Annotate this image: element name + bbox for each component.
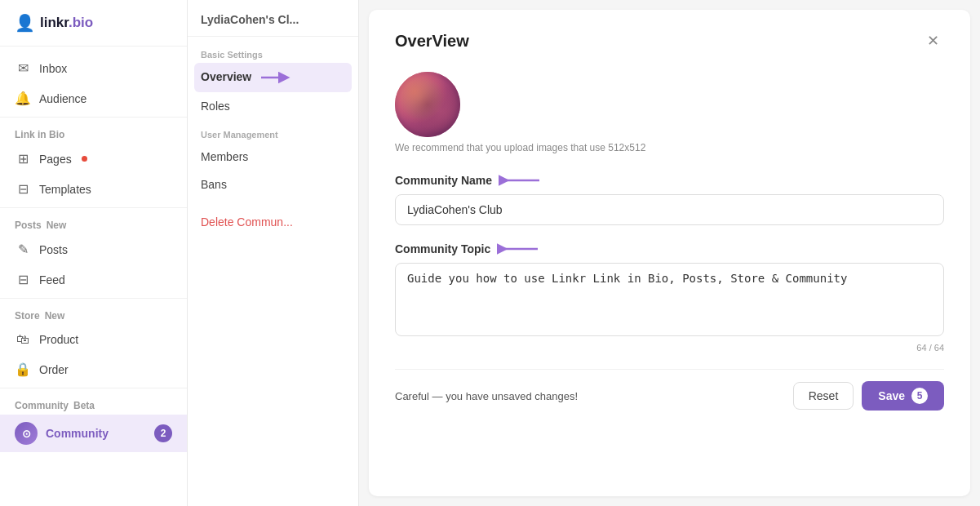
- divider-4: [0, 388, 187, 388]
- sidebar-item-posts-label: Posts: [39, 243, 68, 256]
- community-topic-group: Community Topic 64 / 64: [395, 242, 944, 353]
- sidebar-item-feed[interactable]: ⊟ Feed: [0, 264, 187, 295]
- community-name-input[interactable]: [395, 194, 944, 225]
- unsaved-message: Careful — you have unsaved changes!: [395, 390, 578, 402]
- community-beta-badge: Beta: [73, 400, 95, 411]
- community-topic-label-row: Community Topic: [395, 242, 944, 256]
- sidebar-item-product-label: Product: [39, 333, 78, 346]
- avatar-section: We recommend that you upload images that…: [395, 72, 944, 153]
- sidebar-item-audience-label: Audience: [39, 92, 86, 105]
- members-label: Members: [201, 150, 248, 163]
- logo-text: linkr.bio: [40, 15, 93, 31]
- community-count-badge: 2: [154, 424, 172, 442]
- pages-dot: [82, 156, 87, 162]
- overview-arrow-icon: [261, 70, 290, 85]
- panel-item-members[interactable]: Members: [188, 143, 358, 171]
- community-label: Community: [15, 400, 69, 411]
- logo: 👤 linkr.bio: [0, 0, 187, 47]
- divider-1: [0, 117, 187, 118]
- link-in-bio-section: Link in Bio: [0, 121, 187, 144]
- inbox-icon: ✉: [15, 60, 31, 76]
- community-topic-label: Community Topic: [395, 242, 490, 255]
- community-topic-textarea[interactable]: [395, 263, 944, 336]
- divider-3: [0, 298, 187, 299]
- panel-item-bans[interactable]: Bans: [188, 171, 358, 198]
- sidebar-item-community[interactable]: ⊙ Community 2: [0, 415, 187, 452]
- store-label: Store: [15, 310, 40, 322]
- posts-icon: ✎: [15, 242, 31, 257]
- avatar-hint: We recommend that you upload images that…: [395, 142, 645, 153]
- sidebar-item-pages-label: Pages: [39, 153, 72, 166]
- save-count-badge: 5: [911, 388, 928, 404]
- main-area: LydiaCohen's Cl... Basic Settings Overvi…: [188, 0, 980, 506]
- roles-label: Roles: [201, 100, 230, 113]
- panel-item-overview[interactable]: Overview: [194, 63, 352, 92]
- community-name-arrow-icon: [499, 173, 539, 188]
- user-management-label: User Management: [188, 120, 358, 143]
- content-header: OverView ✕: [395, 29, 944, 52]
- sidebar-item-templates-label: Templates: [39, 183, 91, 196]
- basic-settings-label: Basic Settings: [188, 43, 358, 63]
- panel-item-delete-community[interactable]: Delete Commun...: [188, 208, 358, 236]
- store-section: Store New: [0, 302, 187, 325]
- page-title: OverView: [395, 32, 469, 51]
- sidebar-item-inbox[interactable]: ✉ Inbox: [0, 53, 187, 83]
- community-name-label-row: Community Name: [395, 173, 944, 188]
- close-button[interactable]: ✕: [921, 29, 944, 52]
- sidebar-item-posts[interactable]: ✎ Posts: [0, 234, 187, 264]
- order-icon: 🔒: [15, 362, 31, 377]
- avatar[interactable]: [395, 72, 460, 137]
- store-new-badge: New: [45, 310, 65, 322]
- product-icon: 🛍: [15, 332, 31, 347]
- community-icon: ⊙: [15, 422, 38, 445]
- posts-new-badge: New: [47, 220, 67, 231]
- divider-2: [0, 207, 187, 208]
- save-label: Save: [878, 389, 905, 402]
- sidebar-item-order-label: Order: [39, 363, 69, 376]
- overview-label: Overview: [201, 70, 251, 83]
- sidebar-item-product[interactable]: 🛍 Product: [0, 325, 187, 354]
- content-area: OverView ✕ We recommend that you upload …: [369, 10, 970, 496]
- sidebar-item-pages[interactable]: ⊞ Pages: [0, 144, 187, 174]
- community-topic-arrow-icon: [497, 242, 538, 256]
- link-in-bio-label: Link in Bio: [15, 129, 64, 140]
- sidebar-item-order[interactable]: 🔒 Order: [0, 354, 187, 384]
- community-name-group: Community Name: [395, 173, 944, 225]
- sidebar-item-templates[interactable]: ⊟ Templates: [0, 174, 187, 204]
- bans-label: Bans: [201, 178, 227, 191]
- community-section: Community Beta: [0, 392, 187, 415]
- posts-label: Posts: [15, 220, 42, 231]
- avatar-inner: [395, 72, 460, 137]
- footer-actions: Reset Save 5: [793, 381, 944, 411]
- templates-icon: ⊟: [15, 181, 31, 197]
- footer-bar: Careful — you have unsaved changes! Rese…: [395, 369, 944, 411]
- delete-community-label: Delete Commun...: [201, 215, 293, 229]
- reset-button[interactable]: Reset: [793, 382, 854, 410]
- settings-panel: LydiaCohen's Cl... Basic Settings Overvi…: [188, 0, 359, 506]
- panel-item-roles[interactable]: Roles: [188, 92, 358, 120]
- community-name-label: Community Name: [395, 174, 492, 187]
- panel-header: LydiaCohen's Cl...: [188, 13, 358, 37]
- sidebar-item-inbox-label: Inbox: [39, 62, 67, 75]
- sidebar-item-community-label: Community: [46, 427, 109, 440]
- audience-icon: 🔔: [15, 91, 31, 106]
- sidebar-item-feed-label: Feed: [39, 273, 65, 286]
- pages-icon: ⊞: [15, 151, 31, 166]
- posts-section: Posts New: [0, 211, 187, 234]
- char-count: 64 / 64: [395, 343, 944, 353]
- feed-icon: ⊟: [15, 272, 31, 287]
- save-button[interactable]: Save 5: [862, 381, 944, 411]
- sidebar-item-audience[interactable]: 🔔 Audience: [0, 83, 187, 113]
- logo-icon: 👤: [15, 13, 35, 33]
- sidebar: 👤 linkr.bio ✉ Inbox 🔔 Audience Link in B…: [0, 0, 188, 506]
- avatar-clouds: [395, 72, 460, 137]
- sidebar-nav: ✉ Inbox 🔔 Audience Link in Bio ⊞ Pages ⊟…: [0, 47, 187, 506]
